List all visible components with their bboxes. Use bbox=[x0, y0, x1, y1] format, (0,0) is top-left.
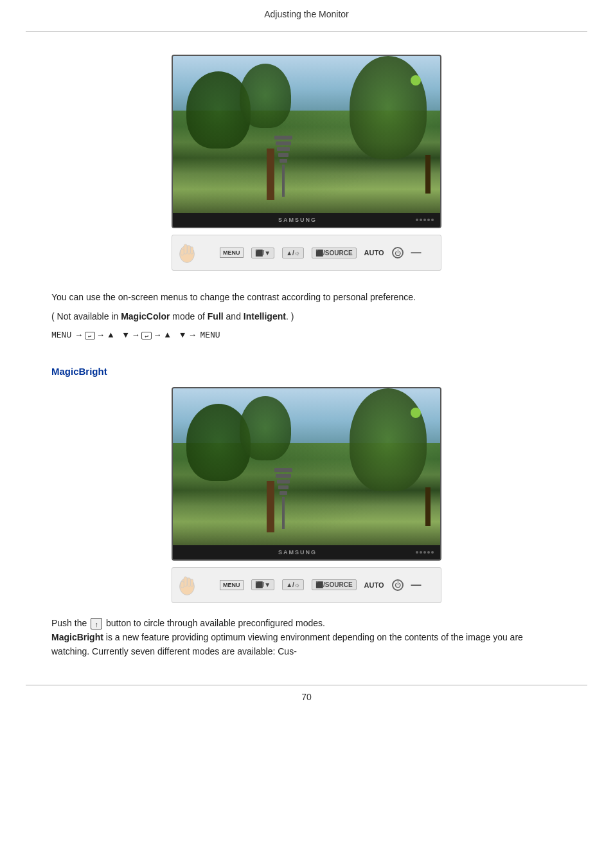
bottom-text-section: Push the ↑ button to circle through avai… bbox=[51, 616, 562, 659]
para2: ( Not available in MagicColor mode of Fu… bbox=[51, 309, 562, 323]
svg-rect-7 bbox=[188, 577, 190, 586]
content-area: SAMSUNG bbox=[0, 32, 613, 672]
monitor-indicators-1 bbox=[416, 219, 434, 221]
svg-rect-2 bbox=[188, 246, 190, 254]
monitor-bottom-bar-1: SAMSUNG bbox=[173, 213, 440, 227]
control-bar-2: MENU ⬛/▼ ▲/☼ ⬛/SOURCE AUTO ⏻ — bbox=[172, 567, 441, 603]
ctrl-btn3-2[interactable]: ⬛/SOURCE bbox=[312, 579, 357, 590]
ctrl-btn1-1[interactable]: ⬛/▼ bbox=[251, 248, 275, 258]
hand-pointer-1 bbox=[177, 243, 197, 269]
enter-icon-1: ↵ bbox=[85, 332, 95, 339]
svg-rect-3 bbox=[191, 247, 193, 254]
hand-pointer-2 bbox=[177, 575, 197, 601]
magicbright-heading: MagicBright bbox=[51, 366, 562, 377]
svg-rect-6 bbox=[184, 576, 187, 586]
ctrl-btn1-2[interactable]: ⬛/▼ bbox=[251, 579, 275, 590]
para1: You can use the on-screen menus to chang… bbox=[51, 290, 562, 304]
ctrl-power-2[interactable]: ⏻ bbox=[392, 579, 404, 591]
page-header: Adjusting the Monitor bbox=[26, 0, 587, 32]
svg-rect-4 bbox=[181, 249, 184, 256]
enter-icon-2: ↵ bbox=[141, 332, 152, 339]
svg-rect-9 bbox=[181, 581, 184, 588]
samsung-logo-2: SAMSUNG bbox=[179, 549, 416, 556]
control-bar-1: MENU ⬛/▼ ▲/☼ ⬛/SOURCE AUTO ⏻ — bbox=[172, 235, 441, 271]
body-text-section: You can use the on-screen menus to chang… bbox=[51, 284, 562, 356]
monitor-screen-1 bbox=[173, 56, 440, 213]
ctrl-power-1[interactable]: ⏻ bbox=[392, 247, 404, 258]
samsung-logo-1: SAMSUNG bbox=[179, 217, 416, 223]
monitor-frame-1: SAMSUNG bbox=[172, 55, 441, 228]
push-button-icon: ↑ bbox=[91, 618, 102, 629]
ctrl-btn3-1[interactable]: ⬛/SOURCE bbox=[312, 248, 357, 258]
ctrl-auto-1[interactable]: AUTO bbox=[364, 249, 384, 257]
menu-path: MENU → ↵ → ▲ ▼ → ↵ → ▲ ▼ → MENU bbox=[51, 329, 562, 343]
monitor-frame-2: SAMSUNG bbox=[172, 387, 441, 561]
monitor-image-2: SAMSUNG bbox=[51, 387, 562, 561]
control-bar-wrapper-2: MENU ⬛/▼ ▲/☼ ⬛/SOURCE AUTO ⏻ — bbox=[51, 567, 562, 603]
ctrl-btn2-2[interactable]: ▲/☼ bbox=[282, 579, 304, 590]
svg-rect-8 bbox=[191, 579, 193, 586]
ctrl-menu-label-2: MENU bbox=[220, 580, 244, 590]
monitor-bottom-bar-2: SAMSUNG bbox=[173, 545, 440, 559]
monitor-indicators-2 bbox=[416, 551, 434, 554]
monitor-image-1: SAMSUNG bbox=[51, 55, 562, 228]
svg-rect-1 bbox=[184, 244, 187, 254]
monitor-screen-2 bbox=[173, 388, 440, 545]
desc-text: MagicBright is a new feature providing o… bbox=[51, 630, 562, 659]
control-bar-wrapper-1: MENU ⬛/▼ ▲/☼ ⬛/SOURCE AUTO ⏻ — bbox=[51, 235, 562, 271]
push-text: Push the ↑ button to circle through avai… bbox=[51, 616, 562, 630]
ctrl-btn2-1[interactable]: ▲/☼ bbox=[282, 248, 304, 258]
ctrl-auto-2[interactable]: AUTO bbox=[364, 581, 384, 589]
ctrl-menu-label-1: MENU bbox=[220, 248, 244, 258]
page-title: Adjusting the Monitor bbox=[264, 9, 349, 19]
page-number: 70 bbox=[0, 685, 613, 709]
ctrl-minus-1: — bbox=[411, 247, 422, 258]
ctrl-minus-2: — bbox=[411, 579, 422, 591]
